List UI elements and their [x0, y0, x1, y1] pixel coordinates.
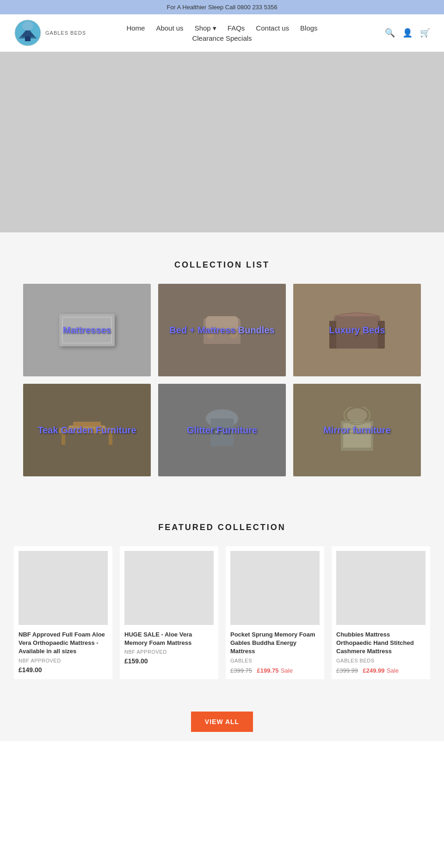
nav-about[interactable]: About us [156, 24, 183, 32]
product-image-4 [336, 551, 426, 625]
product-image-2 [124, 551, 214, 625]
collection-item-luxury-beds[interactable]: Luxury Beds [293, 284, 421, 376]
hero-image [0, 52, 444, 232]
svg-rect-25 [343, 434, 371, 448]
featured-grid: NBF Approved Full Foam Aloe Vera Orthopa… [14, 546, 430, 679]
product-sale-price-4: £249.99 [363, 667, 384, 674]
collection-label-teak: Teak Garden Furniture [30, 425, 144, 436]
product-card-2[interactable]: HUGE SALE - Aloe Vera Memory Foam Mattre… [120, 546, 218, 679]
product-price-3: £399.75 £199.75 Sale [230, 666, 320, 674]
logo-image [14, 19, 42, 47]
product-image-1 [18, 551, 108, 625]
collection-item-bed-mattress[interactable]: Bed + Mattress Bundles [158, 284, 286, 376]
view-all-button[interactable]: VIEW ALL [191, 712, 253, 732]
nav-home[interactable]: Home [126, 24, 145, 32]
featured-title: FEATURED COLLECTION [14, 523, 430, 532]
product-image-3 [230, 551, 320, 625]
main-nav: Home About us Shop ▾ FAQs Contact us Blo… [126, 24, 317, 42]
account-icon[interactable]: 👤 [402, 28, 413, 38]
nav-clearance[interactable]: Clearance Specials [192, 34, 252, 42]
collection-item-mattresses[interactable]: Mattresses [23, 284, 151, 376]
site-header: Gables Beds Home About us Shop ▾ FAQs Co… [0, 14, 444, 52]
search-icon[interactable]: 🔍 [385, 28, 395, 38]
svg-rect-1 [25, 37, 31, 41]
product-title-4: Chubbies Mattress Orthopaedic Hand Stitc… [336, 631, 426, 656]
product-brand-3: GABLES [230, 658, 320, 663]
nav-shop[interactable]: Shop ▾ [195, 24, 216, 32]
collection-label-glitter: Glitter Furniture [165, 425, 279, 436]
collection-title: COLLECTION LIST [23, 260, 421, 270]
collection-section: COLLECTION LIST Mattresses Bed + [0, 232, 444, 495]
featured-section: FEATURED COLLECTION NBF Approved Full Fo… [0, 495, 444, 698]
nav-row-top: Home About us Shop ▾ FAQs Contact us Blo… [126, 24, 317, 32]
nav-row-bottom: Clearance Specials [192, 34, 252, 42]
collection-label-mirror: Mirror furniture [300, 425, 414, 436]
product-card-4[interactable]: Chubbies Mattress Orthopaedic Hand Stitc… [332, 546, 430, 679]
cart-icon[interactable]: 🛒 [420, 28, 430, 38]
top-banner: For A Healthier Sleep Call 0800 233 5356 [0, 0, 444, 14]
product-brand-2: NBF APPROVED [124, 649, 214, 655]
nav-blogs[interactable]: Blogs [300, 24, 318, 32]
product-brand-4: GABLES BEDS [336, 658, 426, 663]
svg-point-2 [22, 21, 33, 31]
nav-contact[interactable]: Contact us [256, 24, 289, 32]
banner-text: For A Healthier Sleep Call 0800 233 5356 [166, 4, 277, 11]
collection-grid: Mattresses Bed + Mattress Bundles [23, 284, 421, 476]
collection-item-glitter[interactable]: Glitter Furniture [158, 384, 286, 476]
product-price-4: £399.99 £249.99 Sale [336, 666, 426, 674]
nav-shop-label: Shop [195, 24, 211, 32]
collection-item-teak[interactable]: Teak Garden Furniture [23, 384, 151, 476]
collection-label-bed-mattress: Bed + Mattress Bundles [165, 325, 279, 336]
product-title-3: Pocket Sprung Memory Foam Gables Buddha … [230, 631, 320, 656]
svg-point-26 [344, 407, 370, 425]
product-original-price-3: £399.75 [230, 667, 252, 674]
product-sale-label-3: Sale [281, 667, 293, 674]
logo-area[interactable]: Gables Beds [14, 19, 86, 47]
product-price-2: £159.00 [124, 657, 214, 665]
svg-point-27 [347, 408, 367, 422]
collection-label-mattresses: Mattresses [30, 325, 144, 336]
collection-item-mirror[interactable]: Mirror furniture [293, 384, 421, 476]
product-card-1[interactable]: NBF Approved Full Foam Aloe Vera Orthopa… [14, 546, 112, 679]
header-icons: 🔍 👤 🛒 [385, 28, 430, 38]
nav-faqs[interactable]: FAQs [228, 24, 245, 32]
collection-label-luxury-beds: Luxury Beds [300, 325, 414, 336]
product-sale-label-4: Sale [387, 667, 399, 674]
product-title-2: HUGE SALE - Aloe Vera Memory Foam Mattre… [124, 631, 214, 647]
logo-text: Gables Beds [45, 30, 86, 36]
product-title-1: NBF Approved Full Foam Aloe Vera Orthopa… [18, 631, 108, 656]
product-sale-price-3: £199.75 [257, 667, 278, 674]
product-original-price-4: £399.99 [336, 667, 358, 674]
product-price-1: £149.00 [18, 666, 108, 674]
shop-dropdown-icon: ▾ [213, 24, 216, 32]
view-all-container: VIEW ALL [0, 698, 444, 741]
product-brand-1: NBF APPROVED [18, 658, 108, 663]
product-card-3[interactable]: Pocket Sprung Memory Foam Gables Buddha … [226, 546, 324, 679]
